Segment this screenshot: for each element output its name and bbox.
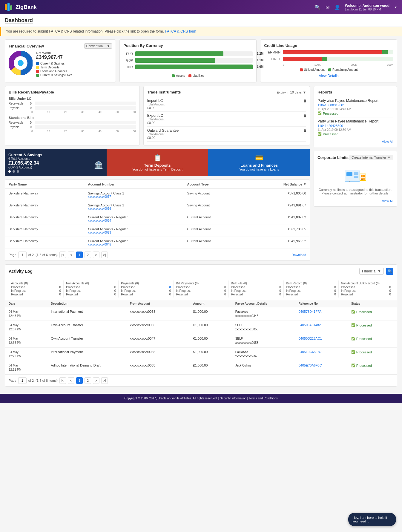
bills-lc-payable: Payable 0 [9,106,136,110]
table-row: Berkshire Hathaway Current Accounts - Re… [5,213,310,225]
reports-widget: Reports Party wise Payee Maintenance Rep… [314,86,397,147]
last-page-btn[interactable]: >| [101,252,108,258]
currency-row-gbp: GBP 1.1M [123,58,253,63]
strip-loans-finances[interactable]: 💳 Loans and Finances You do not have any… [208,149,310,176]
currency-row-eur: EUR 1.2M [123,51,253,56]
header: ZigBank 🔍 ✉ 👤 Welcome, Anderson wood Las… [0,0,402,14]
currency-legend: Assets Liabilties [123,74,253,77]
alert-banner: You are required to submit FATCA & CRS r… [0,27,402,36]
financial-details: Net Worth £349,967.47 Current & Savings … [36,51,112,77]
net-worth-value: £349,967.47 [36,55,112,60]
financial-overview-widget: Financial Overview Convention... ▼ [5,39,116,82]
activity-stats: Accounts (0) Processed 0 In Progress 0 R… [5,278,397,300]
term-deposits-icon: 📋 [154,154,162,162]
credit-legend: Utilized Amount Remaining Amount [264,68,393,71]
sort-balance-icon[interactable]: ⬆ [303,182,306,186]
brand-name: ZigBank [16,4,37,10]
activity-row: 04 May12:37 PM Own Account Transfer xxxx… [5,321,397,334]
strip-term-deposits[interactable]: 📋 Term Deposits You do not have any Term… [107,149,208,176]
svg-rect-1 [7,3,10,11]
create-internal-transfer-btn[interactable]: Create Internal Transfer ▼ [349,155,393,160]
activity-next-page-btn[interactable]: > [93,377,99,384]
credit-row-termfin: TERMFIN [264,50,393,54]
corporate-view-all-link[interactable]: View All [317,197,393,203]
legend-current-over: Current & Savings Over... [36,73,112,77]
credit-bars: TERMFIN LINE1 [264,50,393,71]
svg-point-7 [18,60,24,66]
table-row: Berkshire Hathaway Current Accounts - Re… [5,225,310,237]
status-badge: ✅ Processed [351,337,393,341]
activity-row: 04 May12:11 PM Adhoc International Deman… [5,361,397,375]
activity-page-input[interactable] [18,377,27,384]
corporate-limits-widget: Corporate Limits Create Internal Transfe… [314,151,397,207]
report-status-2: ✅ Processed [317,132,393,136]
activity-filter-dropdown[interactable]: Financial ▼ [359,268,384,275]
position-by-currency-widget: Position By Currency EUR 1.2M GBP 1.1M [119,39,257,82]
loans-icon: 💳 [255,154,263,162]
reports-view-all-link[interactable]: View All [317,138,393,143]
middle-row: Bills Receivable/Payable Bills Under LC … [5,86,397,264]
download-link[interactable]: Download [291,253,306,257]
header-icons: 🔍 ✉ 👤 Welcome, Anderson wood Last login … [315,4,397,11]
page-number-input[interactable] [18,252,27,258]
svg-rect-13 [361,175,363,177]
search-icon[interactable]: 🔍 [315,4,321,10]
svg-text:-: - [363,180,364,183]
mail-icon[interactable]: ✉ [326,4,329,10]
activity-prev-page-btn[interactable]: < [68,377,74,384]
right-column: Reports Party wise Payee Maintenance Rep… [314,86,397,264]
position-by-currency-title: Position By Currency [123,43,253,48]
svg-rect-0 [5,4,7,10]
strip-dot-1[interactable] [8,170,11,173]
bills-standalone-axis: 0102030405060 [9,130,136,133]
corporate-header: Corporate Limits Create Internal Transfe… [317,155,393,160]
activity-page-1-btn[interactable]: 1 [76,377,83,384]
page-2-btn[interactable]: 2 [85,252,91,258]
left-middle-col: Bills Receivable/Payable Bills Under LC … [5,86,310,264]
prev-page-btn[interactable]: < [68,252,74,258]
legend-current-savings: Current & Savings [36,62,112,65]
strip-dot-3[interactable] [17,170,19,173]
current-savings-icon: 🏦 [94,161,103,169]
bills-lc-axis: 0102030405060 [9,111,136,114]
corporate-title: Corporate Limits [317,155,349,160]
top-row: Financial Overview Convention... ▼ [5,39,397,82]
activity-row: 04 May12:43 PM International Payment xxx… [5,307,397,321]
svg-rect-10 [354,172,358,175]
view-details-link[interactable]: View Details [319,74,339,78]
accounts-pagination: Page of 2 (1-5 of 6 items) |< < 1 2 > >|… [5,249,310,260]
activity-table-header: Date Description From Account Amount Pay… [5,300,397,307]
svg-rect-9 [346,172,352,176]
next-page-btn[interactable]: > [93,252,99,258]
fatca-link[interactable]: FATCA & CRS form [165,29,196,33]
user-dropdown-icon[interactable]: ▼ [394,6,397,9]
stat-non-account-bulk: Non Account Bulk Record (0) Processed 0 … [339,280,393,298]
activity-first-page-btn[interactable]: |< [59,377,66,384]
convention-button[interactable]: Convention... ▼ [84,43,112,49]
svg-rect-2 [10,5,12,10]
table-row: Berkshire Hathaway Savings Account Class… [5,189,310,201]
legend-term-deposits: Term Deposits [36,66,112,69]
logo[interactable]: ZigBank [5,3,37,11]
status-badge: ✅ Processed [351,310,393,314]
activity-page-2-btn[interactable]: 2 [85,377,91,384]
donut-chart [9,51,33,75]
status-badge: ✅ Processed [351,364,393,367]
strip-current-savings[interactable]: Current & Savings 6 Total Accounts £1,09… [5,149,107,176]
activity-row: 04 May12:29 PM International Payment xxx… [5,348,397,361]
corporate-message: Currently no limits are assigned to this… [317,188,393,195]
trade-filter-button[interactable]: Expiry in 10 days ▼ [277,91,306,94]
net-worth-label: Net Worth [36,51,112,55]
first-page-btn[interactable]: |< [59,252,66,258]
currency-chart: EUR 1.2M GBP 1.1M INR [123,50,253,79]
svg-rect-14 [363,175,365,177]
strip-dot-2[interactable] [13,170,15,173]
page-1-btn[interactable]: 1 [76,252,83,258]
activity-search-button[interactable]: 🔍 [386,268,393,275]
corporate-image-icon: + - [317,165,393,185]
activity-last-page-btn[interactable]: >| [101,377,108,384]
trade-instruments-widget: Trade Instruments Expiry in 10 days ▼ Im… [143,86,310,145]
bills-under-lc-title: Bills Under LC [9,97,136,100]
activity-log-section: Activity Log Financial ▼ 🔍 Accounts (0) … [5,264,397,387]
financial-body: Net Worth £349,967.47 Current & Savings … [9,51,112,77]
